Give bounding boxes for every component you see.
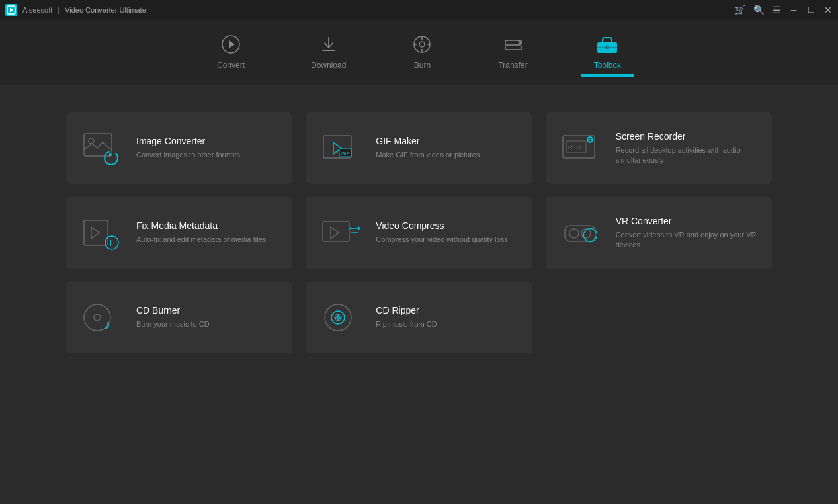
toolbox-icon	[596, 34, 618, 57]
cd-ripper-icon	[319, 295, 364, 340]
screen-recorder-desc: Record all desktop activities with audio…	[616, 146, 759, 166]
titlebar-left: Aiseesoft | Video Converter Ultimate	[5, 4, 146, 16]
tool-card-image-converter[interactable]: Image Converter Convert images to other …	[66, 112, 292, 184]
fix-media-metadata-desc: Auto-fix and edit metadata of media file…	[136, 235, 279, 245]
svg-marker-1	[10, 8, 13, 12]
svg-point-48	[94, 314, 101, 321]
nav-item-convert[interactable]: Convert	[204, 29, 258, 75]
svg-point-7	[419, 42, 425, 47]
tool-card-gif-maker[interactable]: GIF GIF Maker Make GIF from video or pic…	[306, 112, 532, 184]
image-converter-title: Image Converter	[136, 136, 279, 146]
screen-recorder-icon: REC	[559, 126, 604, 171]
svg-marker-34	[91, 227, 99, 239]
gif-maker-icon: GIF	[319, 126, 364, 171]
gif-maker-text: GIF Maker Make GIF from video or picture…	[376, 136, 519, 160]
svg-text:i: i	[110, 238, 112, 248]
gif-maker-desc: Make GIF from video or pictures	[376, 150, 519, 160]
cart-icon[interactable]: 🛒	[734, 5, 745, 15]
app-logo	[5, 4, 17, 16]
image-converter-desc: Convert images to other formats	[136, 150, 279, 160]
titlebar: Aiseesoft | Video Converter Ultimate 🛒 🔍…	[0, 0, 838, 20]
screen-recorder-title: Screen Recorder	[616, 131, 759, 142]
nav-item-transfer[interactable]: Transfer	[485, 29, 540, 75]
svg-rect-37	[323, 222, 349, 241]
app-name-sep: |	[58, 6, 60, 14]
restore-button[interactable]: ☐	[806, 5, 816, 15]
svg-point-20	[89, 138, 94, 144]
nav-label-burn: Burn	[414, 61, 431, 70]
tool-card-screen-recorder[interactable]: REC Screen Recorder Record all desktop a…	[546, 112, 772, 184]
vr-converter-icon	[559, 210, 604, 255]
cd-ripper-text: CD Ripper Rip music from CD	[376, 305, 519, 329]
svg-point-32	[589, 138, 591, 140]
screen-recorder-text: Screen Recorder Record all desktop activ…	[616, 131, 759, 166]
svg-marker-42	[358, 226, 360, 230]
nav-active-indicator	[581, 75, 634, 77]
svg-marker-38	[331, 227, 339, 239]
nav-item-toolbox[interactable]: Toolbox	[581, 29, 634, 75]
navbar: Convert Download Burn	[0, 20, 838, 86]
cd-ripper-desc: Rip music from CD	[376, 319, 519, 329]
svg-text:GIF: GIF	[341, 151, 349, 156]
tool-card-fix-media-metadata[interactable]: i Fix Media Metadata Auto-fix and edit m…	[66, 197, 292, 269]
video-compress-text: Video Compress Compress your video witho…	[376, 220, 519, 245]
video-compress-desc: Compress your video without quality loss	[376, 235, 519, 245]
cd-burner-title: CD Burner	[136, 305, 279, 315]
svg-rect-13	[505, 46, 521, 50]
tool-card-cd-ripper[interactable]: CD Ripper Rip music from CD	[306, 282, 532, 353]
nav-label-toolbox: Toolbox	[594, 61, 621, 70]
minimize-button[interactable]: ─	[789, 5, 798, 15]
cd-burner-icon: ♪	[79, 295, 124, 340]
nav-item-burn[interactable]: Burn	[399, 29, 445, 75]
fix-media-metadata-text: Fix Media Metadata Auto-fix and edit met…	[136, 220, 279, 245]
app-name: Video Converter Ultimate	[65, 6, 146, 14]
vr-converter-title: VR Converter	[616, 216, 759, 226]
menu-icon[interactable]: ☰	[773, 5, 781, 15]
fix-media-metadata-title: Fix Media Metadata	[136, 220, 279, 231]
svg-text:♪: ♪	[104, 317, 110, 332]
svg-marker-3	[229, 40, 235, 48]
image-converter-text: Image Converter Convert images to other …	[136, 136, 279, 160]
main-content: Image Converter Convert images to other …	[0, 86, 838, 380]
nav-item-download[interactable]: Download	[298, 29, 359, 75]
empty-cell	[546, 282, 772, 353]
transfer-icon	[503, 34, 523, 57]
svg-point-21	[105, 151, 118, 165]
convert-icon	[221, 34, 241, 57]
cd-burner-desc: Burn your music to CD	[136, 319, 279, 329]
close-button[interactable]: ✕	[823, 5, 833, 15]
search-icon[interactable]: 🔍	[753, 5, 765, 15]
svg-text:REC: REC	[568, 144, 581, 151]
tool-card-vr-converter[interactable]: VR Converter Convert videos to VR and en…	[546, 197, 772, 269]
svg-rect-18	[605, 46, 609, 49]
burn-icon	[412, 34, 432, 57]
nav-label-transfer: Transfer	[498, 61, 527, 70]
gif-maker-title: GIF Maker	[376, 136, 519, 146]
cd-ripper-title: CD Ripper	[376, 305, 519, 315]
svg-rect-33	[84, 220, 108, 245]
vr-converter-desc: Convert videos to VR and enjoy on your V…	[616, 230, 759, 251]
fix-media-metadata-icon: i	[79, 210, 124, 255]
tool-card-video-compress[interactable]: Video Compress Compress your video witho…	[306, 197, 532, 269]
image-converter-icon	[79, 126, 124, 171]
vr-converter-text: VR Converter Convert videos to VR and en…	[616, 216, 759, 251]
svg-point-44	[569, 229, 579, 238]
video-compress-title: Video Compress	[376, 220, 519, 231]
video-compress-icon	[319, 210, 364, 255]
tool-card-cd-burner[interactable]: ♪ CD Burner Burn your music to CD	[66, 282, 292, 353]
svg-point-35	[105, 236, 118, 249]
nav-label-convert: Convert	[217, 61, 245, 70]
titlebar-controls: 🛒 🔍 ☰ ─ ☐ ✕	[734, 5, 833, 15]
download-icon	[319, 34, 339, 57]
app-brand: Aiseesoft	[22, 6, 52, 14]
cd-burner-text: CD Burner Burn your music to CD	[136, 305, 279, 329]
nav-label-download: Download	[311, 61, 346, 70]
